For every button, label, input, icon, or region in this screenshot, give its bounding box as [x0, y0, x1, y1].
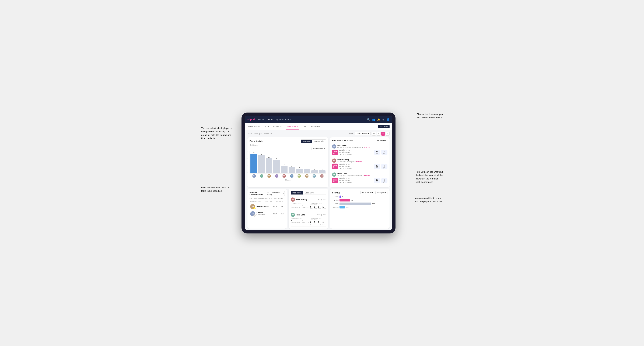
- view-icons: ⊞ ≡ ♥ ⋮: [372, 132, 390, 136]
- act-rounds-block-2: Total Rounds 8 Tournament 4 Pr: [291, 218, 309, 225]
- lb-score-2: 18/20: [271, 213, 278, 215]
- plus-circle-icon[interactable]: ⊕: [382, 118, 384, 121]
- shot-badge-david: 198 SG: [332, 178, 338, 183]
- birdies-label: Birdies: [332, 199, 338, 201]
- bar-group-9: 2: [311, 169, 318, 173]
- bar-group-10: 2: [319, 169, 326, 173]
- add-team-button[interactable]: Add Team: [378, 125, 390, 128]
- shot-info-matt: Shot Dist: 67 yds Start Lie: Rough End L…: [339, 149, 373, 156]
- shot-chevron-2[interactable]: ›: [386, 159, 388, 162]
- nav-link-performance[interactable]: My Performance: [276, 118, 291, 121]
- bell-icon[interactable]: 🔔: [377, 118, 380, 121]
- activity-toggle-group: On Course Practice Drills: [301, 140, 326, 143]
- bar-avatars: BM RB DF JC EE OB RB MM EC LR: [250, 174, 326, 178]
- shot-details-1: 200 SG Shot Dist: 67 yds Start Lie: Roug…: [332, 149, 388, 156]
- annotation-filter: Filter what data you wish thetable to be…: [201, 186, 230, 193]
- tab-pga[interactable]: PGA: [264, 123, 269, 130]
- team-count: | 14 Players: [259, 133, 269, 135]
- edit-icon[interactable]: ✎: [270, 133, 272, 135]
- annotation-player-filter: You can also filter to showjust one play…: [415, 196, 443, 203]
- settings-view-icon[interactable]: ⋮: [386, 132, 390, 136]
- bar-label-10: 2: [322, 169, 322, 170]
- all-shots-tab[interactable]: All Shots: [344, 140, 352, 141]
- least-active-tab[interactable]: Least Active: [303, 191, 316, 194]
- bar-4: [273, 160, 280, 173]
- bar-chart: 15 10 5 0 13: [250, 151, 326, 173]
- avatar-icon[interactable]: 👤: [386, 118, 390, 121]
- shot-chevron-1[interactable]: ›: [386, 145, 388, 148]
- tab-team-clippd[interactable]: Team Clippd: [286, 123, 299, 130]
- tab-all-players[interactable]: All Players: [310, 123, 320, 130]
- search-icon[interactable]: 🔍: [367, 118, 370, 121]
- shot-player-row-3: DF David Ford 24 Aug 2023 · Royal North …: [332, 173, 388, 177]
- player-avatar-7: RB: [298, 174, 301, 178]
- most-active-tab[interactable]: Most Active: [291, 191, 303, 194]
- tab-hcaps[interactable]: Hcaps 1-5: [273, 123, 282, 130]
- lb-name-2: Edward Crossman: [256, 212, 270, 216]
- bar-label-6: 4: [292, 166, 292, 167]
- practice-drills-toggle[interactable]: Practice Drills: [312, 140, 326, 143]
- player-course-matt: 09 Jun 2023 · Royal North Devon GC Hole …: [338, 147, 370, 148]
- grid-view-icon[interactable]: ⊞: [372, 132, 376, 136]
- shots-toggle: All Shots ▾: [344, 140, 353, 141]
- all-players-filter[interactable]: All Players: [377, 140, 386, 141]
- best-shots-title: Best Shots: [332, 140, 343, 142]
- act-avatar-rees: RB: [291, 213, 295, 217]
- users-icon[interactable]: 👥: [372, 118, 375, 121]
- pars-row: Pars 499: [332, 202, 388, 205]
- team-name-text: Team Clippd: [248, 133, 258, 135]
- scoring-filter2-dropdown[interactable]: All Players ▾: [376, 191, 388, 194]
- nav-actions: 🔍 👥 🔔 ⊕ 👤: [367, 118, 390, 121]
- lb-avatar-1: RB 1: [250, 204, 255, 209]
- birdies-val: 96: [351, 199, 353, 201]
- lb-col-player: Player Name: [250, 201, 261, 202]
- act-date-rees: 02 Sep 2023: [317, 214, 326, 216]
- tablet-device: clippd Home Teams My Performance 🔍 👥 🔔 ⊕…: [242, 113, 396, 233]
- timescale-dropdown[interactable]: Last 3 months ▾: [355, 132, 371, 135]
- scoring-filter1-dropdown[interactable]: Par 3, 4 & 5s ▾: [360, 191, 374, 194]
- tab-tour[interactable]: Tour: [302, 123, 307, 130]
- list-view-icon[interactable]: ≡: [376, 132, 380, 136]
- act-practice-block-2: Total Practice Activities 0 GTT 0: [310, 218, 326, 225]
- lb-row-1: RB 1 Richard Butler 19/20 110: [250, 203, 285, 210]
- chevron-down-icon: ▾: [324, 148, 324, 150]
- lb-avatar-2: EC 2: [250, 211, 255, 216]
- nav-logo: clippd: [248, 118, 254, 121]
- show-label: Show:: [348, 133, 354, 135]
- total-rounds-dropdown[interactable]: Total Rounds ▾: [312, 147, 326, 150]
- stat-pill-david-2: 0 yds: [381, 178, 388, 183]
- stat-pill-blair-2: 0 yds: [381, 164, 388, 169]
- tablet-screen: clippd Home Teams My Performance 🔍 👥 🔔 ⊕…: [245, 116, 392, 230]
- player-activity-card: Player Activity On Course Practice Drill…: [248, 137, 328, 187]
- silver-medal-icon: 2: [254, 214, 256, 216]
- on-course-toggle[interactable]: On Course: [301, 140, 312, 143]
- player-avatar-david: DF: [332, 173, 336, 177]
- nav-link-home[interactable]: Home: [258, 118, 264, 121]
- player-activity-title: Player Activity: [250, 140, 264, 142]
- gold-medal-icon: 1: [254, 207, 256, 209]
- activity-tabs: Most Active Least Active: [291, 191, 326, 195]
- nav-link-teams[interactable]: Teams: [266, 118, 273, 121]
- activity-player-1: BM Blair McHarg 26 Aug 2023 Total Rounds: [291, 196, 326, 211]
- bar-7: [296, 169, 303, 173]
- team-name: Team Clippd | 14 Players ✎: [248, 133, 272, 135]
- tab-pgat-players[interactable]: PGAT Players: [248, 123, 261, 130]
- shot-item-2: BM Blair McHarg 23 Jul 2023 · Ashridge G…: [332, 157, 388, 171]
- bar-label-4: 9: [276, 158, 277, 159]
- shot-badge-matt: 200 SG: [332, 150, 338, 155]
- lb-col-score: PB Score: [264, 201, 272, 202]
- player-activity-header: Player Activity On Course Practice Drill…: [250, 140, 326, 143]
- pars-val: 499: [372, 203, 375, 205]
- best-shots-card: Best Shots All Shots ▾ All Players ▾: [330, 137, 390, 187]
- lb-score-1: 19/20: [271, 206, 278, 208]
- player-avatar-9: EC: [312, 174, 316, 178]
- lb-subtitle: PUTT Must Make Putting (3-6 ft), Last 3 …: [250, 197, 285, 199]
- leaderboard-select-dropdown[interactable]: PUTT Must Make Putting... ▾: [266, 191, 285, 196]
- heart-view-icon[interactable]: ♥: [381, 132, 385, 136]
- shot-player-row-1: MM Matt Miller 09 Jun 2023 · Royal North…: [332, 144, 388, 149]
- lb-avg-1: 110: [279, 206, 284, 208]
- shot-chevron-3[interactable]: ›: [386, 173, 388, 176]
- stat-pill-matt-1: 67 yds: [374, 150, 380, 155]
- nav-links: Home Teams My Performance: [258, 118, 364, 121]
- activity-stats-1: Total Rounds 7 Tournament 6 Pr: [291, 202, 326, 210]
